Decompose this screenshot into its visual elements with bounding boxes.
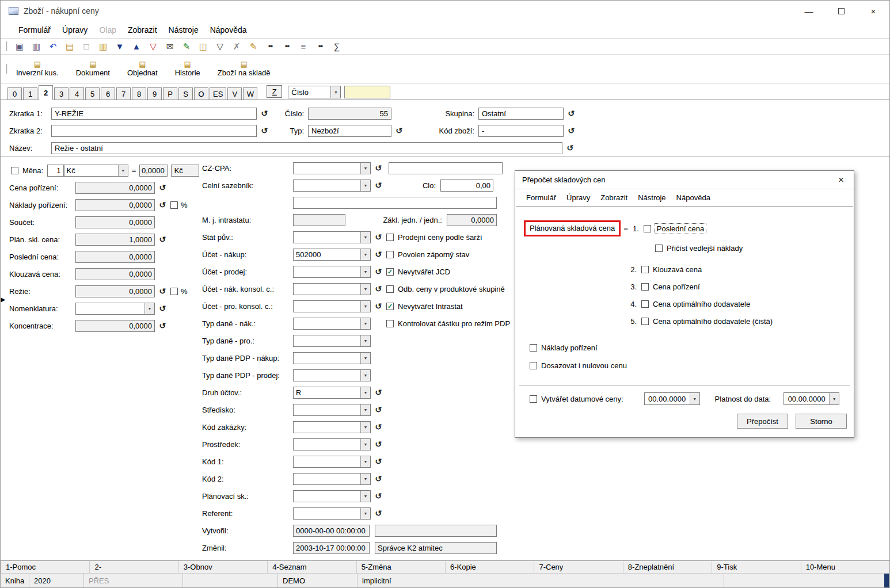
nazev-field[interactable]: Režie - ostatní	[51, 142, 562, 154]
posledni-cena-field[interactable]: 0,0000 ▼	[75, 251, 155, 263]
chevron-down-icon[interactable]: ▼	[360, 180, 370, 191]
historie-button[interactable]: ▤ Historie	[173, 59, 202, 78]
fkey-3-obnov[interactable]: 3-Obnov	[178, 561, 267, 573]
intrastat-unit-field[interactable]	[293, 214, 345, 226]
tab-1[interactable]: 1	[23, 87, 37, 100]
tab-2[interactable]: 2	[39, 85, 53, 100]
chevron-down-icon[interactable]: ▼	[360, 491, 370, 502]
mail-icon[interactable]: ✉	[165, 42, 175, 51]
soucet-field[interactable]: 0,0000 ▼	[75, 216, 155, 228]
history-icon[interactable]: ↺	[157, 287, 168, 295]
tab-p[interactable]: P	[163, 87, 177, 100]
cancel-button[interactable]: Storno	[796, 414, 847, 429]
dialog-menu-napoveda[interactable]: Nápověda	[672, 191, 715, 204]
ucet-nak-konsol-select[interactable]: ▼	[293, 283, 371, 295]
cz-cpa-select[interactable]: ▼	[293, 162, 371, 174]
chevron-down-icon[interactable]: ▼	[690, 393, 699, 404]
history-icon[interactable]: ↺	[372, 492, 384, 500]
mena-rate-field[interactable]: 0,0000	[139, 165, 167, 177]
history-icon[interactable]: ↺	[372, 406, 384, 414]
fkey-7-ceny[interactable]: 7-Ceny	[534, 561, 622, 573]
z-button[interactable]: Z	[267, 85, 282, 98]
typ-field[interactable]: Nezboží	[308, 125, 391, 137]
tab-5[interactable]: 5	[85, 87, 100, 100]
kontrolovat-castku-pdp-checkbox[interactable]: ✓	[386, 320, 394, 327]
dialog-menu-zobrazit[interactable]: Zobrazit	[596, 191, 632, 204]
chevron-down-icon[interactable]: ▼	[360, 474, 370, 484]
tab-7[interactable]: 7	[116, 87, 131, 100]
kod-zbozi-field[interactable]: -	[478, 125, 564, 137]
cena-porizeni-checkbox[interactable]: ✓	[641, 283, 649, 291]
tab-9[interactable]: 9	[147, 87, 162, 100]
history-icon[interactable]: ↺	[372, 475, 384, 483]
history-icon[interactable]: ↺	[393, 127, 405, 135]
fkey-5-zmena[interactable]: 5-Změna	[356, 561, 445, 573]
sum-icon[interactable]: ∑	[332, 42, 342, 51]
history-icon[interactable]: ↺	[565, 127, 577, 135]
date-until-select[interactable]: 00.00.0000 ▼	[783, 392, 839, 405]
history-icon[interactable]: ↺	[372, 457, 384, 465]
dokument-button[interactable]: ▤ Dokument	[74, 59, 112, 78]
history-icon[interactable]: ↺	[372, 181, 384, 189]
klouzava-cena-checkbox[interactable]: ✓	[641, 266, 649, 273]
skupina-field[interactable]: Ostatní	[478, 108, 564, 120]
chevron-down-icon[interactable]: ▼	[330, 86, 340, 98]
edit-document-icon[interactable]: ✎	[248, 42, 258, 51]
chevron-down-icon[interactable]: ▼	[360, 232, 370, 243]
clear-icon[interactable]: ✗	[231, 42, 242, 51]
save-icon[interactable]: ▣	[14, 42, 25, 51]
chevron-down-icon[interactable]: ▼	[360, 266, 370, 277]
history-icon[interactable]: ↺	[157, 322, 168, 330]
menu-zobrazit[interactable]: Zobrazit	[123, 23, 162, 37]
tab-w[interactable]: W	[243, 87, 257, 100]
chevron-down-icon[interactable]: ▼	[360, 387, 370, 398]
search-icon[interactable]: ●●	[315, 44, 325, 49]
find-record-icon[interactable]: ●●	[282, 44, 292, 49]
next-record-icon[interactable]: ▲	[131, 42, 142, 51]
objednat-button[interactable]: ▤ Objednat	[125, 59, 159, 78]
celni-sazebnik-select[interactable]: ▼	[293, 180, 371, 192]
chevron-down-icon[interactable]: ▼	[360, 370, 370, 381]
dialog-menu-upravy[interactable]: Úpravy	[562, 191, 595, 204]
percent-checkbox[interactable]: ✓	[170, 201, 178, 209]
zbozi-na-sklade-button[interactable]: ▤ Zboží na skladě	[216, 59, 272, 78]
zkratka2-field[interactable]	[51, 125, 257, 137]
plan-skl-cena-field[interactable]: 1,0000 ▼	[75, 234, 155, 246]
cz-cpa-text-field[interactable]	[389, 162, 503, 174]
menu-napoveda[interactable]: Nápověda	[205, 23, 252, 37]
tab-6[interactable]: 6	[101, 87, 115, 100]
planovaci-sk-select[interactable]: ▼	[293, 490, 371, 502]
fkey-9-tisk[interactable]: 9-Tisk	[712, 561, 800, 573]
referent-select[interactable]: ▼	[293, 507, 371, 520]
ucet-prodej-select[interactable]: ▼	[293, 266, 371, 278]
copy-document-icon[interactable]: ▥	[98, 42, 108, 51]
edit-confirm-icon[interactable]: ✎	[181, 42, 192, 51]
chevron-down-icon[interactable]: ▼	[360, 301, 370, 312]
undo-icon[interactable]: ↶	[48, 42, 58, 51]
menu-olap[interactable]: Olap	[94, 23, 121, 37]
mena-currency-select[interactable]: Kč ▼	[64, 165, 128, 177]
history-icon[interactable]: ↺	[372, 509, 384, 517]
chevron-down-icon[interactable]: ▼	[360, 508, 370, 519]
history-icon[interactable]: ↺	[258, 127, 270, 135]
typ-dane-pdp-prodej-select[interactable]: ▼	[293, 369, 371, 381]
dialog-menu-nastroje[interactable]: Nástroje	[633, 191, 670, 204]
tab-o[interactable]: O	[194, 87, 208, 100]
naklady-porizeni-checkbox[interactable]: ✓	[530, 344, 537, 352]
history-icon[interactable]: ↺	[372, 302, 384, 310]
percent-checkbox[interactable]: ✓	[170, 288, 178, 295]
chevron-down-icon[interactable]: ▼	[360, 353, 370, 364]
rezie-field[interactable]: 0,0000 ▼	[75, 285, 155, 297]
search-field-select[interactable]: Číslo ▼	[288, 86, 341, 98]
tab-v[interactable]: V	[227, 87, 242, 100]
prostredek-select[interactable]: ▼	[293, 438, 371, 450]
pricist-vedlejsi-naklady-checkbox[interactable]: ✓	[655, 245, 663, 252]
mena-count-field[interactable]: 1	[47, 165, 63, 177]
menu-formular[interactable]: Formulář	[13, 23, 56, 37]
stredisko-select[interactable]: ▼	[293, 404, 371, 416]
book-icon[interactable]: ◫	[198, 42, 208, 51]
kod-zakazky-select[interactable]: ▼	[293, 421, 371, 433]
dosazovat-nulovou-cenu-checkbox[interactable]: ✓	[530, 362, 537, 369]
typ-dane-nak-select[interactable]: ▼	[293, 318, 371, 330]
open-folder-icon[interactable]: ▤	[64, 42, 75, 51]
